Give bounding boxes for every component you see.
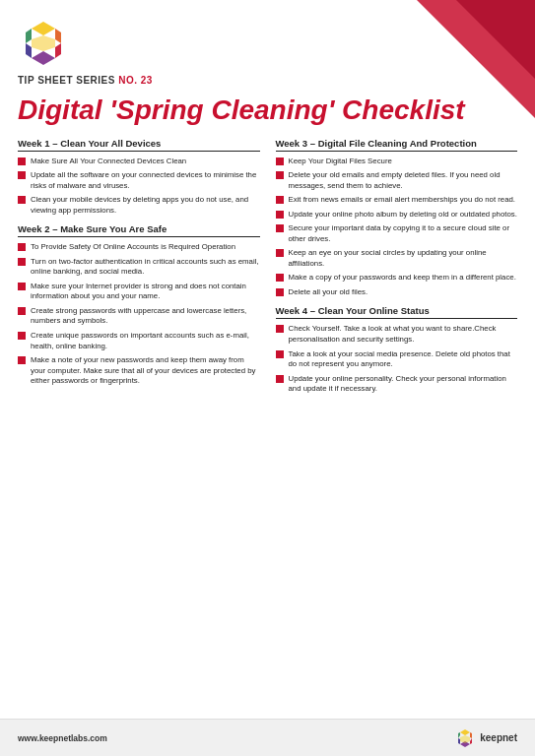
bullet-icon — [276, 325, 284, 333]
list-item: Delete your old emails and empty deleted… — [276, 170, 518, 191]
bullet-icon — [276, 196, 284, 204]
bullet-icon — [276, 224, 284, 232]
list-item: Keep Your Digital Files Secure — [276, 157, 518, 167]
week3-header: Week 3 – Digital File Cleaning And Prote… — [276, 138, 518, 152]
list-item: Exit from news emails or email alert mem… — [276, 195, 518, 206]
svg-marker-1 — [32, 35, 55, 51]
bullet-icon — [276, 274, 284, 282]
content-area: Week 1 – Clean Your All Devices Make Sur… — [0, 132, 535, 401]
top-triangle-decoration-2 — [456, 0, 535, 79]
footer-url: www.keepnetlabs.com — [18, 733, 107, 743]
svg-marker-2 — [460, 735, 470, 743]
list-item: Update all the software on your connecte… — [18, 170, 260, 191]
list-item: Create unique passwords on important acc… — [18, 331, 260, 351]
list-item: Make a note of your new passwords and ke… — [18, 355, 260, 387]
footer-brand-name: keepnet — [480, 732, 517, 743]
bullet-icon — [276, 350, 284, 358]
bullet-icon — [18, 283, 26, 290]
bullet-icon — [18, 171, 26, 179]
list-item: Secure your important data by copying it… — [276, 223, 518, 244]
week4-list: Check Yourself. Take a look at what you … — [276, 324, 518, 394]
bullet-icon — [276, 211, 284, 219]
list-item: Take a look at your social media presenc… — [276, 349, 518, 370]
list-item: Make sure your Internet provider is stro… — [18, 282, 260, 302]
list-item: Update your online photo album by deleti… — [276, 210, 518, 220]
list-item: Create strong passwords with uppercase a… — [18, 306, 260, 327]
bullet-icon — [18, 332, 26, 340]
bullet-icon — [18, 158, 26, 165]
footer-logo: keepnet — [454, 727, 517, 749]
bullet-icon — [276, 249, 284, 257]
logo-hex-icon — [18, 18, 69, 69]
right-column: Week 3 – Digital File Cleaning And Prote… — [276, 138, 518, 401]
list-item: Update your online personality. Check yo… — [276, 374, 518, 395]
list-item: Make Sure All Your Connected Devices Cle… — [18, 157, 260, 167]
list-item: Keep an eye on your social circles by up… — [276, 248, 518, 269]
bullet-icon — [276, 158, 284, 165]
bullet-icon — [276, 288, 284, 296]
list-item: Make a copy of your passwords and keep t… — [276, 273, 518, 284]
left-column: Week 1 – Clean Your All Devices Make Sur… — [18, 138, 260, 401]
bullet-icon — [18, 243, 26, 251]
bullet-icon — [18, 196, 26, 204]
bullet-icon — [18, 307, 26, 315]
bullet-icon — [276, 171, 284, 179]
list-item: To Provide Safety Of Online Accounts is … — [18, 242, 260, 253]
bullet-icon — [18, 356, 26, 364]
list-item: Delete all your old files. — [276, 287, 518, 298]
list-item: Check Yourself. Take a look at what you … — [276, 324, 518, 345]
week3-list: Keep Your Digital Files Secure Delete yo… — [276, 157, 518, 298]
bullet-icon — [18, 258, 26, 266]
list-item: Turn on two-factor authentication in cri… — [18, 257, 260, 278]
week1-header: Week 1 – Clean Your All Devices — [18, 138, 260, 152]
week4-header: Week 4 – Clean Your Online Status — [276, 305, 518, 319]
list-item: Clean your mobile devices by deleting ap… — [18, 195, 260, 216]
bullet-icon — [276, 375, 284, 383]
week2-header: Week 2 – Make Sure You Are Safe — [18, 223, 260, 237]
footer: www.keepnetlabs.com keepnet — [0, 719, 535, 756]
week2-list: To Provide Safety Of Online Accounts is … — [18, 242, 260, 386]
page: TIP SHEET SERIES NO. 23 Digital 'Spring … — [0, 0, 535, 756]
week1-list: Make Sure All Your Connected Devices Cle… — [18, 157, 260, 217]
footer-logo-hex-icon — [454, 727, 476, 749]
